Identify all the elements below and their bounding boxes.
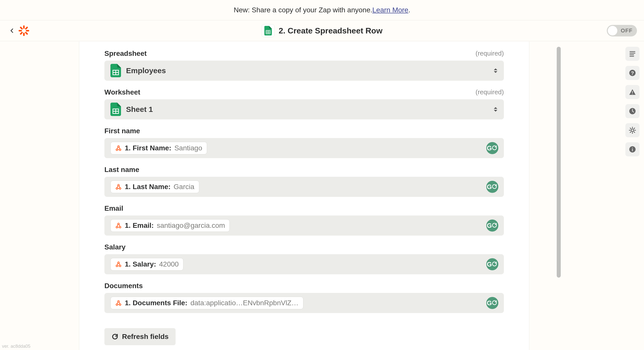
- last-name-pill[interactable]: 1. Last Name: Garcia: [110, 181, 199, 193]
- zapier-logo[interactable]: [18, 25, 30, 36]
- email-label: Email: [104, 204, 123, 212]
- field-email: Email 1. Email: santiago@garcia.com G: [104, 204, 504, 236]
- svg-point-16: [631, 129, 634, 132]
- first-name-pill[interactable]: 1. First Name: Santiago: [110, 142, 207, 154]
- email-pill[interactable]: 1. Email: santiago@garcia.com: [110, 219, 230, 232]
- svg-rect-14: [632, 94, 633, 94]
- svg-rect-4: [25, 26, 28, 30]
- first-name-pill-key: 1. First Name:: [125, 144, 171, 152]
- spreadsheet-label: Spreadsheet: [104, 50, 147, 58]
- webhook-icon: [115, 184, 122, 190]
- sort-icon: [493, 68, 498, 73]
- svg-point-33: [119, 226, 121, 228]
- rail-outline-button[interactable]: [625, 47, 639, 61]
- svg-rect-0: [23, 25, 25, 29]
- email-pill-val: santiago@garcia.com: [157, 222, 225, 230]
- zapier-logo-icon: [18, 25, 30, 36]
- last-name-pill-val: Garcia: [174, 183, 194, 191]
- svg-rect-3: [26, 30, 29, 31]
- svg-rect-7: [25, 31, 28, 35]
- info-icon: [629, 146, 636, 153]
- gear-icon: [629, 126, 636, 134]
- salary-pill[interactable]: 1. Salary: 42000: [110, 258, 183, 271]
- rail-history-button[interactable]: [625, 104, 639, 118]
- announcement-banner: New: Share a copy of your Zap with anyon…: [0, 0, 644, 20]
- header-bar: 2. Create Spreadsheet Row OFF: [0, 20, 644, 41]
- right-sidebar: ?: [625, 47, 639, 156]
- learn-more-link[interactable]: Learn More: [372, 6, 408, 14]
- worksheet-value: Sheet 1: [126, 105, 493, 114]
- first-name-label: First name: [104, 127, 140, 135]
- svg-point-36: [119, 265, 121, 267]
- salary-pill-val: 42000: [159, 260, 179, 268]
- refresh-icon: [111, 333, 118, 340]
- svg-text:?: ?: [631, 70, 634, 76]
- editor-panel-inner: Spreadsheet (required) Employees Workshe…: [79, 41, 529, 350]
- svg-rect-13: [632, 91, 633, 93]
- zap-toggle[interactable]: OFF: [607, 25, 637, 36]
- svg-rect-18: [632, 149, 633, 151]
- announcement-text: New: Share a copy of your Zap with anyon…: [234, 6, 372, 14]
- spreadsheet-required: (required): [475, 50, 504, 58]
- documents-pill-key: 1. Documents File:: [125, 299, 187, 307]
- step-title: 2. Create Spreadsheet Row: [279, 26, 383, 35]
- email-input[interactable]: 1. Email: santiago@garcia.com G: [104, 215, 504, 236]
- spreadsheet-select[interactable]: Employees: [104, 61, 504, 81]
- google-sheets-icon: [110, 64, 121, 77]
- rail-alerts-button[interactable]: [625, 85, 639, 99]
- documents-pill[interactable]: 1. Documents File: data:applicatio…ENvbn…: [110, 297, 303, 309]
- rail-settings-button[interactable]: [625, 123, 639, 137]
- svg-rect-2: [19, 30, 22, 31]
- chevron-left-icon: [9, 28, 15, 33]
- rail-info-button[interactable]: [625, 142, 639, 156]
- svg-point-30: [119, 188, 121, 189]
- svg-point-26: [116, 149, 118, 151]
- salary-input[interactable]: 1. Salary: 42000 G: [104, 254, 504, 274]
- field-first-name: First name 1. First Name: Santiago G: [104, 127, 504, 158]
- worksheet-label: Worksheet: [104, 88, 140, 96]
- announcement-suffix: .: [408, 6, 410, 14]
- field-salary: Salary 1. Salary: 42000 G: [104, 243, 504, 274]
- worksheet-select[interactable]: Sheet 1: [104, 99, 504, 119]
- clock-icon: [629, 107, 636, 115]
- grammarly-badge[interactable]: G: [486, 220, 498, 232]
- svg-rect-5: [20, 31, 23, 35]
- webhook-icon: [115, 222, 122, 229]
- field-spreadsheet: Spreadsheet (required) Employees: [104, 50, 504, 81]
- svg-point-32: [116, 226, 118, 228]
- last-name-input[interactable]: 1. Last Name: Garcia G: [104, 177, 504, 197]
- warning-icon: [629, 88, 636, 96]
- app-chip-google-sheets: [262, 24, 275, 37]
- grammarly-badge[interactable]: G: [486, 181, 498, 193]
- first-name-input[interactable]: 1. First Name: Santiago G: [104, 138, 504, 158]
- grammarly-badge[interactable]: G: [486, 297, 498, 309]
- svg-rect-1: [23, 33, 25, 36]
- scrollbar-thumb[interactable]: [557, 47, 561, 278]
- toggle-label: OFF: [617, 27, 636, 34]
- grammarly-badge[interactable]: G: [486, 258, 498, 270]
- documents-input[interactable]: 1. Documents File: data:applicatio…ENvbn…: [104, 293, 504, 313]
- help-icon: ?: [629, 69, 636, 77]
- svg-point-27: [119, 149, 121, 151]
- webhook-icon: [115, 145, 122, 151]
- first-name-pill-val: Santiago: [174, 144, 202, 152]
- rail-help-button[interactable]: ?: [625, 66, 639, 80]
- refresh-fields-button[interactable]: Refresh fields: [104, 328, 176, 345]
- google-sheets-icon: [110, 103, 121, 116]
- svg-rect-19: [632, 148, 633, 148]
- last-name-label: Last name: [104, 166, 139, 174]
- grammarly-badge[interactable]: G: [486, 142, 498, 154]
- svg-point-35: [116, 265, 118, 267]
- webhook-icon: [115, 300, 122, 306]
- list-icon: [629, 50, 636, 58]
- salary-label: Salary: [104, 243, 126, 251]
- refresh-fields-label: Refresh fields: [122, 333, 169, 341]
- worksheet-required: (required): [475, 88, 504, 96]
- toggle-knob: [608, 26, 617, 35]
- back-button[interactable]: [7, 26, 17, 36]
- last-name-pill-key: 1. Last Name:: [125, 183, 171, 191]
- svg-point-39: [119, 304, 121, 305]
- field-last-name: Last name 1. Last Name: Garcia G: [104, 166, 504, 197]
- salary-pill-key: 1. Salary:: [125, 260, 156, 268]
- svg-rect-6: [20, 26, 23, 30]
